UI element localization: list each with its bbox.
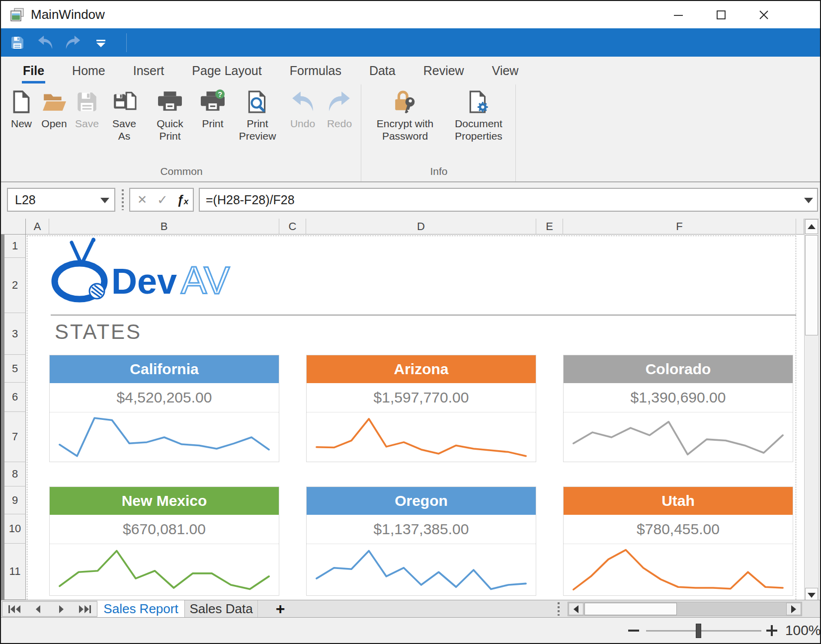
name-box-chevron-icon[interactable] — [100, 198, 109, 203]
vertical-scrollbar-thumb[interactable] — [805, 235, 818, 335]
first-sheet-button[interactable] — [6, 603, 23, 616]
insert-function-icon[interactable]: ƒx — [177, 193, 188, 207]
row-header-1[interactable]: 1 — [4, 235, 26, 258]
ribbon-tab-insert[interactable]: Insert — [119, 57, 178, 84]
row-header-8[interactable]: 8 — [4, 462, 26, 486]
cancel-icon[interactable]: ✕ — [137, 193, 147, 207]
horizontal-scrollbar[interactable] — [568, 602, 802, 616]
zoom-out-button[interactable] — [628, 630, 639, 632]
add-sheet-button[interactable]: + — [269, 600, 291, 617]
group-label-common: Common — [7, 165, 356, 180]
state-card-value: $4,520,205.00 — [50, 383, 279, 412]
formula-bar-splitter[interactable] — [122, 189, 124, 210]
column-header-b[interactable]: B — [49, 219, 279, 235]
ribbon-tab-data[interactable]: Data — [355, 57, 410, 84]
scroll-up-button[interactable] — [805, 219, 818, 234]
column-header-d[interactable]: D — [306, 219, 536, 235]
save-button: Save — [73, 87, 101, 130]
qat-save-button[interactable] — [6, 32, 29, 54]
scroll-right-button[interactable] — [786, 603, 801, 615]
document-properties-label: Document Properties — [447, 117, 510, 142]
tab-scrollbar-splitter[interactable] — [558, 602, 560, 616]
row-header-11[interactable]: 11 — [4, 544, 26, 600]
state-card-new-mexico[interactable]: New Mexico$670,081.00 — [49, 486, 279, 596]
save-as-icon — [112, 89, 137, 114]
qat-customize-button[interactable] — [89, 32, 112, 54]
zoom-slider-thumb[interactable] — [696, 624, 701, 638]
open-button[interactable]: Open — [40, 87, 69, 130]
print-preview-button[interactable]: Print Preview — [233, 87, 282, 142]
ribbon-tab-home[interactable]: Home — [58, 57, 119, 84]
scroll-left-button[interactable] — [569, 603, 583, 615]
state-card-value: $1,597,770.00 — [307, 383, 536, 412]
row-header-5[interactable]: 5 — [4, 355, 26, 383]
maximize-button[interactable] — [713, 6, 730, 23]
undo-label: Undo — [290, 117, 315, 130]
triangle-left-icon — [574, 605, 578, 613]
formula-expand-chevron-icon[interactable] — [804, 198, 813, 203]
sheet-tab-sales-data[interactable]: Sales Data — [185, 600, 258, 617]
triangle-right-icon — [791, 605, 796, 613]
undo-button: Undo — [286, 87, 319, 130]
app-icon — [10, 8, 25, 22]
save-as-button[interactable]: Save As — [105, 87, 143, 142]
header-rule — [51, 315, 796, 316]
next-sheet-button[interactable] — [53, 603, 70, 616]
state-card-california[interactable]: California$4,520,205.00 — [49, 355, 279, 462]
state-card-oregon[interactable]: Oregon$1,137,385.00 — [306, 486, 536, 596]
row-header-6[interactable]: 6 — [4, 383, 26, 412]
last-sheet-button[interactable] — [77, 603, 93, 616]
qat-undo-button[interactable] — [34, 32, 57, 54]
select-all-corner[interactable] — [1, 219, 26, 235]
state-card-arizona[interactable]: Arizona$1,597,770.00 — [306, 355, 536, 462]
encrypt-with-password-button[interactable]: Encrypt with Password — [367, 87, 443, 142]
name-box-input[interactable] — [8, 189, 97, 211]
previous-sheet-button[interactable] — [29, 603, 46, 616]
state-card-title: Colorado — [564, 355, 793, 383]
ribbon-group-common: NewOpenSaveSave AsQuick PrintPrintPrint … — [1, 84, 361, 181]
name-box[interactable] — [7, 188, 115, 212]
enter-icon[interactable]: ✓ — [157, 192, 168, 208]
ribbon-content: NewOpenSaveSave AsQuick PrintPrintPrint … — [1, 84, 820, 182]
document-properties-button[interactable]: Document Properties — [447, 87, 510, 142]
row-header-9[interactable]: 9 — [4, 486, 26, 514]
close-button[interactable] — [755, 6, 772, 23]
quick-print-button[interactable]: Quick Print — [147, 87, 193, 142]
zoom-in-button[interactable] — [766, 625, 777, 636]
column-header-e[interactable]: E — [536, 219, 563, 235]
column-header-c[interactable]: C — [279, 219, 306, 235]
row-header-2[interactable]: 2 — [4, 258, 26, 313]
formula-bar: ✕ ✓ ƒx — [1, 182, 820, 219]
minimize-button[interactable] — [670, 6, 687, 23]
row-header-3[interactable]: 3 — [4, 313, 26, 355]
state-card-sparkline — [307, 545, 536, 595]
ribbon-tab-view[interactable]: View — [478, 57, 533, 84]
column-header-f[interactable]: F — [563, 219, 796, 235]
state-card-utah[interactable]: Utah$780,455.00 — [563, 486, 793, 596]
horizontal-scrollbar-thumb[interactable] — [584, 603, 677, 615]
zoom-slider-track[interactable] — [646, 630, 761, 632]
new-button[interactable]: New — [7, 87, 36, 130]
row-header-7[interactable]: 7 — [4, 412, 26, 462]
status-bar: 100% — [1, 617, 820, 643]
vertical-scrollbar[interactable] — [804, 219, 819, 603]
sheet-tab-sales-report[interactable]: Sales Report — [97, 600, 185, 617]
ribbon-tab-review[interactable]: Review — [410, 57, 478, 84]
formula-buttons: ✕ ✓ ƒx — [129, 188, 194, 212]
row-header-10[interactable]: 10 — [4, 514, 26, 544]
ribbon-tab-page-layout[interactable]: Page Layout — [178, 57, 275, 84]
formula-input[interactable] — [200, 189, 796, 211]
print-button[interactable]: Print — [197, 87, 229, 130]
encrypt-with-password-label: Encrypt with Password — [367, 117, 443, 142]
column-header-a[interactable]: A — [26, 219, 49, 235]
redo-label: Redo — [327, 117, 352, 130]
quick-print-label: Quick Print — [147, 117, 193, 142]
triangle-up-icon — [808, 224, 816, 229]
formula-input-field[interactable] — [199, 188, 818, 212]
qat-redo-button[interactable] — [62, 32, 84, 54]
ribbon-tab-file[interactable]: File — [9, 57, 58, 84]
state-card-colorado[interactable]: Colorado$1,390,690.00 — [563, 355, 793, 462]
save-icon — [75, 89, 99, 114]
column-header-partial[interactable] — [796, 219, 804, 235]
ribbon-tab-formulas[interactable]: Formulas — [276, 57, 355, 84]
